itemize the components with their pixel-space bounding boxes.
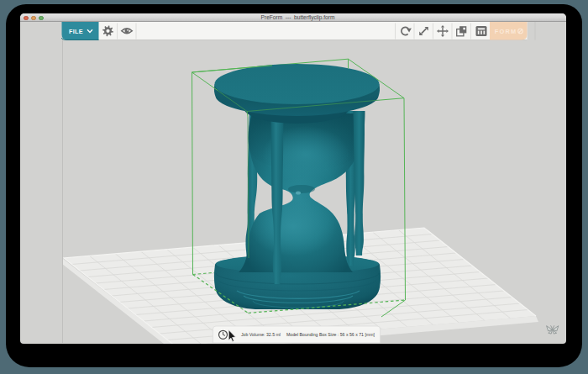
svg-text:FORM: FORM (495, 28, 517, 35)
svg-text:Model Bounding Box Size : 56 x: Model Bounding Box Size : 56 x 56 x 71 [… (286, 332, 375, 337)
svg-text:Job Volume: 32.5 ml: Job Volume: 32.5 ml (241, 332, 281, 337)
svg-text:FILE: FILE (69, 28, 83, 35)
